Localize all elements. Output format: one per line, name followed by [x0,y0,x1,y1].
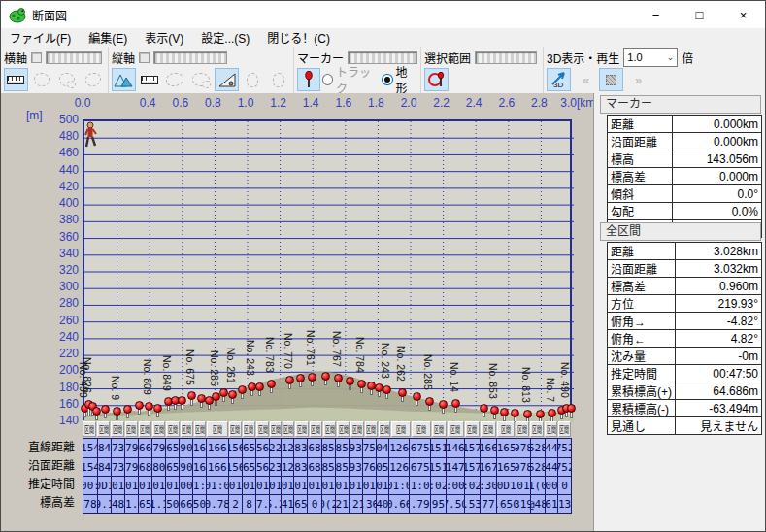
section-header-cell[interactable]: 区間 [432,421,447,437]
marker-pin[interactable] [425,397,434,406]
section-info-row: 累積標高(+)64.686m [608,382,762,400]
menu-item-view[interactable]: 表示(V) [136,28,192,47]
section-header-cell[interactable]: 区間 [530,421,544,437]
marker-pin-button[interactable] [297,68,320,91]
x-tick-label: 2.8 [531,96,548,110]
section-header-cell[interactable]: 区間 [256,421,269,437]
menu-item-close[interactable]: 閉じる！(C) [258,28,339,47]
marker-pin[interactable] [334,374,343,382]
menu-item-settings[interactable]: 設定...(S) [192,28,258,47]
maximize-button[interactable]: □ [678,1,721,28]
h-option3-button-disabled[interactable] [82,68,106,91]
section-header-cell[interactable]: 区間 [337,421,350,437]
section-header-cell[interactable]: 区間 [516,421,529,437]
radio-track[interactable]: トラック [322,63,380,96]
marker-pin[interactable] [548,409,556,417]
terrain-profile-button[interactable] [112,68,136,91]
marker-pin[interactable] [357,380,366,388]
section-header-cell[interactable]: 区間 [465,421,480,437]
forward-button-disabled[interactable]: » [625,68,649,91]
marker-pin[interactable] [267,380,276,388]
section-header-cell[interactable]: 区間 [365,421,378,437]
h-option1-button-disabled[interactable] [30,68,54,91]
close-button[interactable]: × [721,1,765,28]
v-option4-button-disabled[interactable] [266,68,290,91]
section-header-cell[interactable]: 区間 [139,421,151,437]
x-tick-label: 1.4 [303,96,319,110]
v-option1-button-disabled[interactable] [163,68,187,91]
slope-angle-button[interactable] [215,68,239,91]
section-header-cell[interactable]: 区間 [295,421,308,437]
section-header-cell[interactable]: 区間 [243,421,255,437]
marker-pin[interactable] [135,401,144,410]
section-header-cell[interactable]: 区間 [481,421,496,437]
section-header-cell[interactable]: 区間 [412,421,431,437]
marker-pin[interactable] [178,396,186,405]
marker-slider[interactable] [348,51,417,64]
section-header-cell[interactable]: 区間 [125,421,138,437]
rewind-button-disabled[interactable]: « [573,68,597,91]
section-header-cell[interactable]: 区間 [83,421,96,437]
marker-pin[interactable] [439,400,448,409]
table-cell: :02 [464,477,480,494]
section-header-cell[interactable]: 区間 [379,421,390,437]
minimize-button[interactable]: − [634,1,678,28]
marker-pin[interactable] [523,410,532,418]
h-option2-button-disabled[interactable] [55,68,80,91]
section-header-cell[interactable]: 区間 [350,421,363,437]
marker-pin[interactable] [321,372,330,381]
marker-pin[interactable] [567,404,576,413]
v-option3-button-disabled[interactable] [241,68,265,91]
marker-pin[interactable] [228,390,237,399]
3d-view-button[interactable]: 3D [547,68,571,91]
radio-terrain[interactable]: 地形 [382,63,417,96]
selection-slider[interactable] [475,51,537,64]
marker-label: No. 7 [545,378,556,402]
marker-pin[interactable] [101,405,110,414]
marker-pin[interactable] [346,377,354,385]
marker-pin-stem [416,400,418,406]
section-header-cell[interactable]: 区間 [448,421,464,437]
marker-pin[interactable] [153,404,162,413]
marker-pin[interactable] [511,409,519,417]
marker-pin[interactable] [285,376,294,384]
marker-pin[interactable] [398,388,407,397]
menu-item-file[interactable]: ファイル(F) [1,28,80,47]
section-header-cell[interactable]: 区間 [194,421,206,437]
menu-item-edit[interactable]: 編集(E) [80,28,136,47]
v-scale-ruler-button[interactable] [138,68,162,91]
section-header-cell[interactable]: 区間 [497,421,515,437]
section-header-cell[interactable]: 区間 [391,421,411,437]
section-header-cell[interactable]: 区間 [207,421,227,437]
section-header-cell[interactable]: 区間 [97,421,110,437]
marker-pin[interactable] [308,373,316,382]
horizontal-axis-slider[interactable] [46,51,102,64]
section-header-cell[interactable]: 区間 [152,421,165,437]
section-header-cell[interactable]: 区間 [111,421,123,437]
section-header-cell[interactable]: 区間 [545,421,556,437]
vertical-axis-checkbox[interactable] [139,52,150,63]
table-row: 00:0D10101010101001:01:00101010101010101… [83,476,571,494]
elevation-profile-plot[interactable]: No. 499No. 826No. 9No. 809No. 849No. 675… [83,119,572,420]
section-header-cell[interactable]: 区間 [283,421,294,437]
x-tick-label: 0.6 [172,96,188,110]
stop-button[interactable] [599,68,623,91]
section-header-cell[interactable]: 区間 [229,421,242,437]
section-header-cell[interactable]: 区間 [181,421,193,437]
playback-scale-select[interactable]: 1.0 ⌄ [623,48,678,67]
selection-lasso-button[interactable] [424,68,449,91]
section-info-row: 累積標高(-)-63.494m [608,400,762,417]
h-scale-ruler-button[interactable] [4,68,28,91]
marker-pin[interactable] [480,404,488,413]
section-header-cell[interactable]: 区間 [270,421,282,437]
horizontal-axis-checkbox[interactable] [31,52,42,63]
section-header-cell[interactable]: 区間 [558,421,571,437]
marker-pin[interactable] [413,392,421,401]
marker-pin[interactable] [113,407,121,416]
section-header-cell[interactable]: 区間 [166,421,179,437]
section-header-cell[interactable]: 区間 [310,421,322,437]
section-header-cell[interactable]: 区間 [323,421,336,437]
vertical-axis-slider[interactable] [153,51,227,64]
v-option2-button-disabled[interactable] [189,68,214,91]
marker-pin[interactable] [145,402,153,411]
